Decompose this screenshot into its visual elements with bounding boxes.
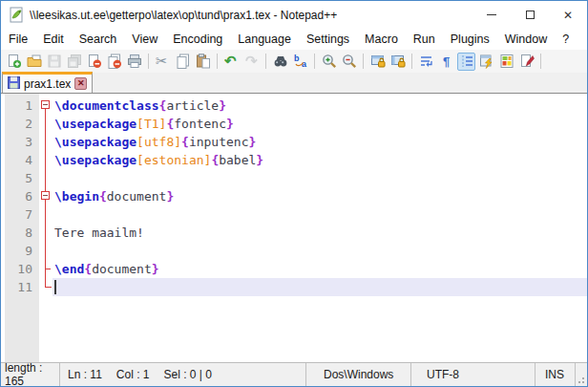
macro-record-icon[interactable]: [517, 53, 536, 71]
close-button[interactable]: ✕: [549, 1, 587, 29]
line-number: 9: [5, 242, 39, 260]
status-selection: Sel : 0 | 0: [164, 368, 212, 381]
status-column: Col : 1: [116, 368, 150, 381]
print-icon[interactable]: [125, 53, 143, 71]
code-segment: document: [107, 189, 167, 204]
code-line-8: Tere maailm!: [52, 224, 587, 242]
copy-icon[interactable]: [174, 53, 192, 71]
close-all-icon[interactable]: [105, 53, 123, 71]
close-doc-icon[interactable]: [85, 53, 103, 71]
menu-item-edit[interactable]: Edit: [35, 31, 72, 48]
zoom-out-icon[interactable]: [340, 53, 358, 71]
status-insert-mode: INS: [536, 363, 576, 386]
menu-item-encoding[interactable]: Encoding: [165, 31, 230, 48]
code-segment: \documentclass: [54, 98, 159, 113]
code-segment: fontenc: [174, 117, 226, 131]
word-wrap-icon[interactable]: [417, 53, 435, 71]
find-icon[interactable]: [271, 53, 289, 71]
replace-icon[interactable]: ba: [291, 53, 309, 71]
svg-text:↷: ↷: [245, 54, 258, 69]
menu-item-search[interactable]: Search: [72, 31, 125, 48]
toolbar-separator: [217, 54, 218, 69]
resize-grip-icon: [575, 374, 584, 383]
menu-item-macro[interactable]: Macro: [357, 31, 406, 48]
menu-item-plugins[interactable]: Plugins: [443, 31, 497, 48]
new-file-icon[interactable]: [5, 53, 23, 71]
status-encoding: UTF-8: [411, 363, 536, 386]
code-segment: \usepackage: [54, 153, 136, 167]
code-segment: \usepackage: [54, 117, 136, 131]
code-segment: {: [84, 262, 92, 276]
function-list-icon[interactable]: [477, 53, 495, 71]
svg-text:¶: ¶: [443, 54, 450, 69]
code-segment: [utf8]: [136, 135, 181, 149]
save-icon[interactable]: [45, 53, 63, 71]
menu-item-settings[interactable]: Settings: [299, 31, 357, 48]
title-bar: \\leesikas.ut.ee\getterpo\latex\op\tund\…: [1, 1, 587, 29]
code-segment: Tere maailm!: [54, 226, 144, 240]
line-number: 5: [5, 169, 39, 187]
menu-close-document-button[interactable]: X: [577, 31, 588, 48]
fold-collapse-icon[interactable]: [41, 100, 50, 109]
open-folder-icon[interactable]: [25, 53, 43, 71]
status-resize-grip[interactable]: [576, 363, 587, 386]
status-doc-length: length : 165: [1, 363, 60, 386]
tab-bar: prax1.tex ✕: [1, 73, 587, 94]
menu-item-file[interactable]: File: [1, 31, 35, 48]
toolbar-separator: [148, 54, 149, 69]
code-segment: \end: [54, 262, 84, 276]
show-all-chars-icon[interactable]: ¶: [437, 53, 455, 71]
svg-text:b: b: [294, 54, 300, 63]
menu-bar: FileEditSearchViewEncodingLanguageSettin…: [1, 29, 587, 50]
code-segment: inputenc: [189, 135, 249, 149]
cut-icon[interactable]: ✂: [154, 53, 172, 71]
zoom-in-icon[interactable]: [320, 53, 338, 71]
toolbar-separator: [265, 54, 266, 69]
code-line-6: \begin{document}: [52, 187, 587, 205]
indent-guide-icon[interactable]: [457, 53, 475, 71]
line-number: 2: [5, 115, 39, 133]
text-content[interactable]: \documentclass{article}\usepackage[T1]{f…: [52, 94, 587, 362]
paste-icon[interactable]: [194, 53, 212, 71]
toolbar-separator: [314, 54, 315, 69]
line-number-margin: 1234567891011: [5, 94, 39, 362]
saved-file-icon: [8, 75, 20, 93]
line-number: 1: [5, 97, 39, 115]
menu-item-view[interactable]: View: [124, 31, 165, 48]
sync-scroll-h-icon[interactable]: [388, 53, 407, 71]
document-map-icon[interactable]: [497, 53, 515, 71]
menu-item-help[interactable]: ?: [555, 31, 577, 48]
code-line-1: \documentclass{article}: [52, 97, 587, 115]
undo-icon[interactable]: ↶: [222, 53, 241, 71]
maximize-button[interactable]: [511, 1, 549, 29]
close-icon: ✕: [563, 10, 573, 21]
line-number: 4: [5, 151, 39, 169]
code-line-7: [52, 205, 587, 224]
fold-margin: [39, 94, 52, 362]
text-caret: [54, 280, 56, 294]
svg-text:↶: ↶: [224, 54, 237, 69]
toolbar: ✂↶↷ba¶: [1, 50, 587, 73]
editor-area[interactable]: 1234567891011 \documentclass{article}\us…: [1, 94, 587, 362]
notepad-plus-plus-icon: [8, 7, 25, 24]
code-segment: }: [226, 117, 234, 131]
toolbar-separator: [411, 54, 412, 69]
fold-collapse-icon[interactable]: [41, 191, 50, 200]
code-line-9: [52, 242, 587, 260]
toolbar-separator: [363, 54, 364, 69]
tab-close-icon[interactable]: ✕: [74, 77, 87, 90]
sync-scroll-v-icon[interactable]: [368, 53, 387, 71]
menu-item-language[interactable]: Language: [230, 31, 299, 48]
minimize-button[interactable]: [472, 1, 511, 29]
redo-icon[interactable]: ↷: [242, 53, 261, 71]
menu-item-window[interactable]: Window: [497, 31, 555, 48]
minimize-icon: [487, 14, 496, 15]
code-line-2: \usepackage[T1]{fontenc}: [52, 115, 587, 133]
menu-item-run[interactable]: Run: [406, 31, 443, 48]
svg-text:✂: ✂: [156, 54, 168, 69]
save-all-icon[interactable]: [65, 53, 83, 71]
line-number: 8: [5, 224, 39, 242]
code-line-10: \end{document}: [52, 260, 587, 278]
code-segment: \begin: [54, 189, 99, 204]
tab-prax1-tex[interactable]: prax1.tex ✕: [2, 72, 93, 93]
